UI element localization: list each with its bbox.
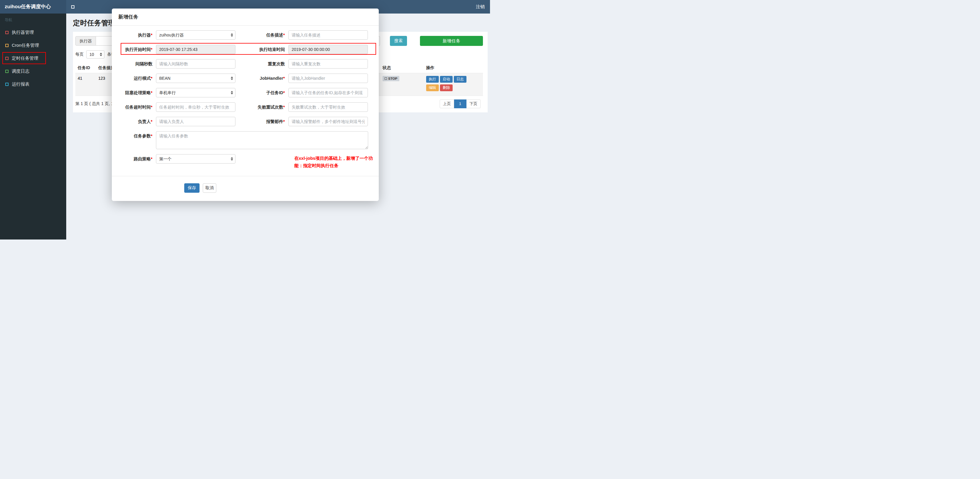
square-outline-icon xyxy=(5,44,8,47)
modal-divider xyxy=(112,176,379,176)
app-brand: zuihou任务调度中心 xyxy=(0,0,66,14)
child-job-input[interactable] xyxy=(288,88,368,97)
job-handler-label: JobHandler* xyxy=(235,73,288,83)
col-job-id: 任务ID xyxy=(75,63,96,73)
start-button[interactable]: 启动 xyxy=(440,76,453,83)
page: zuihou任务调度中心 注销 导航 执行器管理 Cron任务管理 定时任务管理… xyxy=(0,0,490,240)
delete-button[interactable]: 删除 xyxy=(440,84,453,91)
end-time-input[interactable] xyxy=(288,45,368,54)
col-actions: 操作 xyxy=(424,63,483,73)
sidebar-item-label: 定时任务管理 xyxy=(12,56,38,61)
timeout-label: 任务超时时间* xyxy=(112,102,156,112)
job-param-label: 任务参数* xyxy=(112,131,156,141)
edit-button[interactable]: 编辑 xyxy=(426,84,439,91)
square-outline-icon xyxy=(5,57,8,60)
executor-select[interactable]: zuihou执行器 xyxy=(156,30,235,40)
cancel-button[interactable]: 取消 xyxy=(203,183,216,193)
cell-actions: 执行启动日志 编辑删除 xyxy=(424,73,483,96)
pagination-summary: 第 1 页 ( 总共 1 页, 1 xyxy=(75,101,113,107)
sidebar-item-schedule-log[interactable]: 调度日志 xyxy=(0,65,66,78)
interval-label: 间隔秒数 xyxy=(112,59,156,68)
log-button[interactable]: 日志 xyxy=(454,76,466,83)
add-job-button[interactable]: 新增任务 xyxy=(420,36,483,46)
sidebar-item-executor-mgmt[interactable]: 执行器管理 xyxy=(0,26,66,39)
feature-note: 在xxl-jobs项目的基础上，新增了一个功能：指定时间执行任务 xyxy=(294,154,375,169)
block-strategy-label: 阻塞处理策略* xyxy=(112,88,156,97)
job-desc-label: 任务描述* xyxy=(235,30,288,40)
job-param-textarea[interactable] xyxy=(156,131,368,149)
modal-footer: 保存 取消 xyxy=(112,183,379,193)
repeat-input[interactable] xyxy=(288,59,368,68)
sidebar-item-label: 运行报表 xyxy=(12,81,29,87)
next-page-button[interactable]: 下页 xyxy=(466,99,480,108)
route-strategy-label: 路由策略* xyxy=(112,154,156,164)
status-badge: STOP xyxy=(383,76,399,81)
square-outline-icon xyxy=(5,70,8,73)
prev-page-button[interactable]: 上页 xyxy=(440,99,454,108)
job-handler-input[interactable] xyxy=(288,73,368,83)
start-time-input[interactable] xyxy=(156,45,235,54)
sidebar-toggle-icon[interactable] xyxy=(71,5,75,8)
executor-label: 执行器* xyxy=(112,30,156,40)
modal-title: 新增任务 xyxy=(112,8,379,25)
run-button[interactable]: 执行 xyxy=(426,76,439,83)
save-button[interactable]: 保存 xyxy=(184,183,199,193)
sidebar-item-label: 调度日志 xyxy=(12,68,29,74)
square-outline-icon xyxy=(5,83,8,86)
sidebar-item-label: 执行器管理 xyxy=(12,30,34,35)
square-outline-icon xyxy=(5,31,8,34)
col-status: 状态 xyxy=(380,63,424,73)
route-strategy-select[interactable]: 第一个 xyxy=(156,154,235,164)
sidebar-section-label: 导航 xyxy=(0,14,66,26)
per-page-select[interactable]: 10 xyxy=(86,50,105,59)
repeat-label: 重复次数 xyxy=(235,59,288,68)
fail-retry-label: 失败重试次数* xyxy=(235,102,288,112)
child-job-label: 子任务ID* xyxy=(235,88,288,97)
logout-link[interactable]: 注销 xyxy=(476,4,490,10)
sidebar-item-cron-job-mgmt[interactable]: Cron任务管理 xyxy=(0,39,66,52)
glue-type-select[interactable]: BEAN xyxy=(156,73,235,83)
glue-type-label: 运行模式* xyxy=(112,73,156,83)
search-button[interactable]: 搜索 xyxy=(390,36,407,46)
sidebar-item-run-report[interactable]: 运行报表 xyxy=(0,78,66,91)
sidebar: 导航 执行器管理 Cron任务管理 定时任务管理 调度日志 运行报表 xyxy=(0,14,66,240)
alarm-email-input[interactable] xyxy=(288,117,368,126)
alarm-email-label: 报警邮件* xyxy=(235,117,288,126)
end-time-label: 执行结束时间 xyxy=(235,45,288,54)
page-1-button[interactable]: 1 xyxy=(454,99,466,108)
block-strategy-select[interactable]: 单机串行 xyxy=(156,88,235,97)
timeout-input[interactable] xyxy=(156,102,235,112)
sidebar-item-label: Cron任务管理 xyxy=(12,43,39,48)
start-time-label: 执行开始时间* xyxy=(112,45,156,54)
add-job-modal: 新增任务 执行器* zuihou执行器 任务描述* 执行开始时间* 执行结束时间… xyxy=(112,8,379,201)
cell-job-id: 41 xyxy=(75,73,96,96)
interval-input[interactable] xyxy=(156,59,235,68)
executor-filter-label: 执行器 xyxy=(75,36,96,46)
fail-retry-input[interactable] xyxy=(288,102,368,112)
pagination-buttons: 上页 1 下页 xyxy=(440,99,480,108)
author-label: 负责人* xyxy=(112,117,156,126)
square-outline-icon xyxy=(385,77,387,80)
per-page-prefix: 每页 xyxy=(75,52,84,57)
job-desc-input[interactable] xyxy=(288,30,368,40)
sidebar-item-timed-job-mgmt[interactable]: 定时任务管理 xyxy=(0,52,66,65)
author-input[interactable] xyxy=(156,117,235,126)
modal-body: 执行器* zuihou执行器 任务描述* 执行开始时间* 执行结束时间 间隔秒数… xyxy=(112,25,379,193)
cell-status: STOP xyxy=(380,73,424,96)
